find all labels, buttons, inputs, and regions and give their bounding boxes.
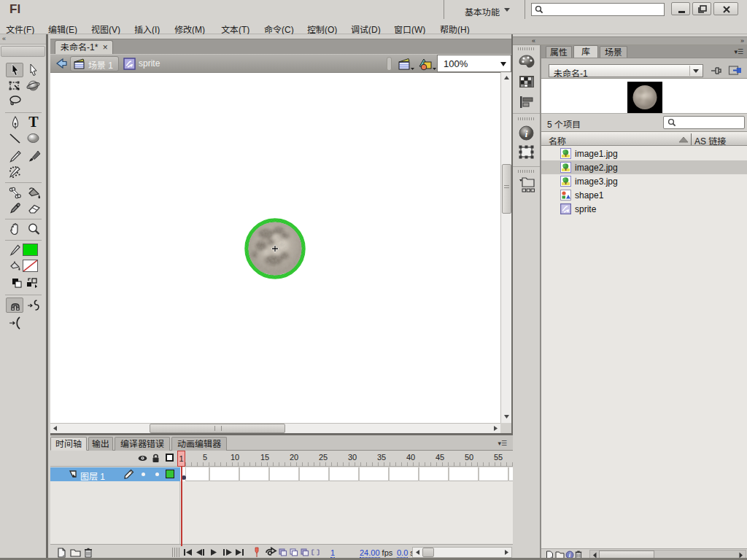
svg-text:i: i — [525, 128, 528, 139]
